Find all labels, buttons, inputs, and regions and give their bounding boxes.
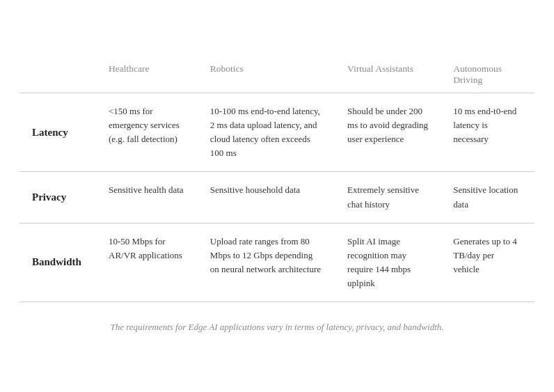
cell-latency-virtual-assistants: Should be under 200 ms to avoid degradin… (335, 93, 441, 172)
cell-latency-healthcare: <150 ms for emergency services (e.g. fal… (96, 93, 198, 172)
col-header-virtual-assistants: Virtual Assistants (335, 52, 441, 93)
table-caption: The requirements for Edge AI application… (19, 322, 535, 333)
table-row: Bandwidth 10-50 Mbps for AR/VR applicati… (19, 223, 535, 302)
cell-bandwidth-healthcare: 10-50 Mbps for AR/VR applications (96, 223, 198, 302)
cell-latency-robotics: 10-100 ms end-to-end latency, 2 ms data … (198, 93, 335, 172)
table-row: Latency <150 ms for emergency services (… (19, 93, 535, 172)
col-header-healthcare: Healthcare (96, 52, 198, 93)
cell-bandwidth-virtual-assistants: Split AI image recognition may require 1… (335, 223, 441, 302)
cell-bandwidth-robotics: Upload rate ranges from 80 Mbps to 12 Gb… (198, 223, 335, 302)
row-label-latency: Latency (19, 93, 96, 172)
table-row: Privacy Sensitive health data Sensitive … (19, 172, 535, 223)
cell-privacy-robotics: Sensitive household data (198, 172, 335, 223)
cell-privacy-virtual-assistants: Extremely sensitive chat history (335, 172, 441, 223)
main-container: Healthcare Robotics Virtual Assistants A… (13, 38, 541, 354)
cell-privacy-healthcare: Sensitive health data (96, 172, 198, 223)
comparison-table: Healthcare Robotics Virtual Assistants A… (19, 52, 535, 302)
cell-bandwidth-autonomous-driving: Generates up to 4 TB/day per vehicle (441, 223, 535, 302)
cell-privacy-autonomous-driving: Sensitive location data (441, 172, 535, 223)
cell-latency-autonomous-driving: 10 ms end-t0-end latency is necessary (441, 93, 535, 172)
row-label-bandwidth: Bandwidth (19, 223, 96, 302)
col-header-empty (19, 52, 96, 93)
row-label-privacy: Privacy (19, 172, 96, 223)
col-header-robotics: Robotics (198, 52, 335, 93)
col-header-autonomous-driving: Autonomous Driving (441, 52, 535, 93)
